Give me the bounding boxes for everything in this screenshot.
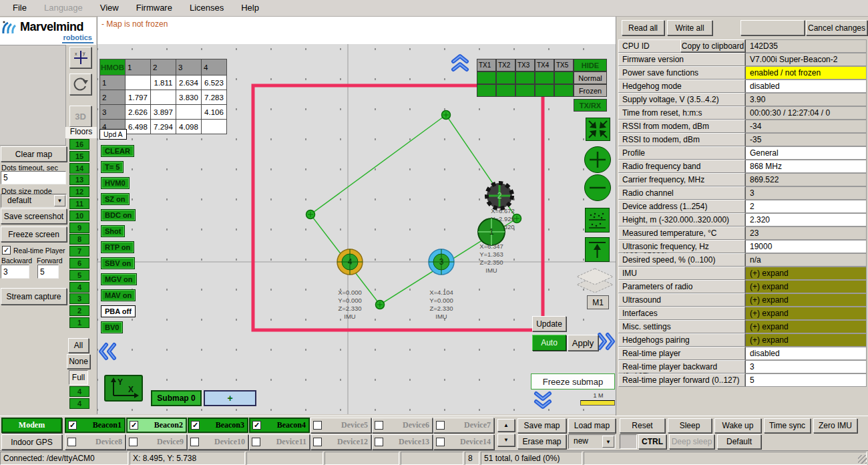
blank-button[interactable] <box>740 20 805 35</box>
deep-sleep-button[interactable]: Deep sleep <box>669 434 714 449</box>
tx-cell[interactable] <box>496 71 515 84</box>
tx-cell[interactable] <box>496 84 515 97</box>
device-tab-device8[interactable]: Device8 <box>65 434 126 450</box>
distance-cell[interactable] <box>126 75 151 90</box>
tx-cell[interactable] <box>535 84 554 97</box>
chevron-down-icon[interactable]: ▼ <box>54 195 65 206</box>
backward-input[interactable] <box>1 265 29 279</box>
rtp-on-button[interactable]: RTP on <box>101 241 134 253</box>
distance-cell[interactable]: 1.797 <box>126 90 151 105</box>
floor-8[interactable]: 8 <box>69 234 89 245</box>
tx-cell[interactable] <box>515 71 535 84</box>
device-tab-device6[interactable]: Device6 <box>372 418 433 433</box>
floor-11[interactable]: 11 <box>69 198 89 209</box>
axis-view-button[interactable]: x y <box>69 47 91 68</box>
device-tab-beacon4[interactable]: ✓Beacon4 <box>249 418 310 433</box>
floor-10[interactable]: 10 <box>69 210 89 221</box>
floor-15[interactable]: 15 <box>69 151 89 162</box>
map-axis-icon[interactable]: Y X <box>104 375 143 402</box>
realtime-player-checkbox[interactable]: ✓ <box>2 246 11 255</box>
menu-item-language[interactable]: Language <box>35 0 91 16</box>
shot-button[interactable]: Shot <box>101 225 125 237</box>
menu-item-help[interactable]: Help <box>232 0 268 16</box>
device-checkbox[interactable] <box>375 421 383 430</box>
menu-item-view[interactable]: View <box>91 0 128 16</box>
device-tab-device7[interactable]: Device7 <box>433 418 494 433</box>
mgv-on-button[interactable]: MGV on <box>101 273 137 285</box>
param-value[interactable]: (+) expand <box>745 320 867 333</box>
map-vertex-dot[interactable] <box>442 111 451 120</box>
update-button[interactable]: Update <box>532 316 566 331</box>
tx-cell[interactable] <box>535 71 554 84</box>
distance-cell[interactable]: 2.626 <box>126 105 151 120</box>
device-checkbox[interactable] <box>436 421 445 430</box>
map-beacon-1[interactable]: 1 <box>478 218 505 245</box>
freeze-screen-button[interactable]: Freeze screen <box>1 226 67 242</box>
device-checkbox[interactable] <box>190 438 199 446</box>
map-vertex-dot[interactable] <box>306 210 315 219</box>
map-beacon-2[interactable]: 2 <box>487 183 512 208</box>
bdc-on-button[interactable]: BDC on <box>101 209 136 221</box>
device-checkbox[interactable] <box>375 438 383 446</box>
distance-cell[interactable]: 6.498 <box>126 120 151 134</box>
save-map-button[interactable]: Save map <box>517 418 566 433</box>
zero-imu-button[interactable]: Zero IMU <box>813 418 857 433</box>
param-value[interactable]: (+) expand <box>745 307 867 320</box>
param-value[interactable]: (+) expand <box>745 280 867 293</box>
tx-cell[interactable] <box>554 71 574 84</box>
device-tab-device14[interactable]: Device14 <box>433 434 494 450</box>
forward-input[interactable] <box>37 265 59 279</box>
read-all-button[interactable]: Read all <box>622 20 664 35</box>
tx-hide-button[interactable]: HIDE <box>574 59 607 71</box>
indoor-gps-tab[interactable]: Indoor GPS <box>1 434 62 450</box>
floor-4[interactable]: 4 <box>69 282 89 293</box>
distance-cell[interactable]: 1.811 <box>151 75 176 90</box>
param-value[interactable]: (+) expand <box>745 293 867 307</box>
chevron-double-left-icon[interactable] <box>97 342 118 361</box>
param-value[interactable]: 5 <box>745 373 867 387</box>
save-screenshot-button[interactable]: Save screenshot <box>1 208 67 224</box>
freeze-submap-button[interactable]: Freeze submap <box>531 373 615 390</box>
layers-icon[interactable] <box>576 267 614 297</box>
show-dots-button[interactable] <box>585 208 610 232</box>
menu-item-licenses[interactable]: Licenses <box>181 0 232 16</box>
floors-none-button[interactable]: None <box>67 354 90 369</box>
param-value[interactable]: 2 <box>745 200 867 213</box>
param-value[interactable]: General <box>745 146 867 160</box>
distance-cell[interactable]: 4.098 <box>176 120 202 134</box>
distance-cell[interactable]: 2.634 <box>176 75 202 90</box>
floor-2[interactable]: 2 <box>69 305 89 316</box>
map-name-select[interactable]: new ▼ <box>568 434 616 449</box>
device-checkbox[interactable] <box>252 438 260 446</box>
param-value[interactable]: (+) expand <box>745 333 867 347</box>
3d-view-button[interactable]: 3D <box>69 106 91 127</box>
clear-button[interactable]: CLEAR <box>101 145 134 157</box>
resize-grip[interactable] <box>858 455 867 464</box>
map-vertex-dot[interactable] <box>376 301 385 309</box>
tx-cell[interactable] <box>477 71 496 84</box>
distance-cell[interactable] <box>151 90 176 105</box>
device-checkbox[interactable] <box>129 438 138 446</box>
fit-view-button[interactable] <box>586 118 610 141</box>
chevron-down-icon[interactable]: ▼ <box>602 436 614 448</box>
tx-cell[interactable] <box>554 84 574 97</box>
default-button[interactable]: Default <box>717 434 761 449</box>
menu-item-file[interactable]: File <box>4 0 35 16</box>
bv0-button[interactable]: BV0 <box>101 321 123 333</box>
device-checkbox[interactable]: ✓ <box>191 421 200 430</box>
device-tab-device11[interactable]: Device11 <box>249 434 310 450</box>
distance-cell[interactable]: 3.830 <box>176 90 202 105</box>
erase-map-button[interactable]: Erase map <box>517 434 566 449</box>
map-beacon-4[interactable]: 4 <box>337 249 363 275</box>
map-canvas[interactable]: X=6.672Y=2.929Z=2.3202143X=0.000Y=0.000Z… <box>97 44 616 414</box>
device-checkbox[interactable]: ✓ <box>68 421 77 430</box>
device-tab-device5[interactable]: Device5 <box>310 418 371 433</box>
floor-14[interactable]: 14 <box>69 163 89 174</box>
floor-1[interactable]: 1 <box>69 317 89 328</box>
floors-full-button[interactable]: Full <box>69 370 88 385</box>
time-sync-button[interactable]: Time sync <box>764 418 811 433</box>
floor-9[interactable]: 9 <box>69 222 89 233</box>
menu-item-firmware[interactable]: Firmware <box>128 0 181 16</box>
floor-3[interactable]: 3 <box>69 293 89 304</box>
distance-cell[interactable] <box>176 105 202 120</box>
